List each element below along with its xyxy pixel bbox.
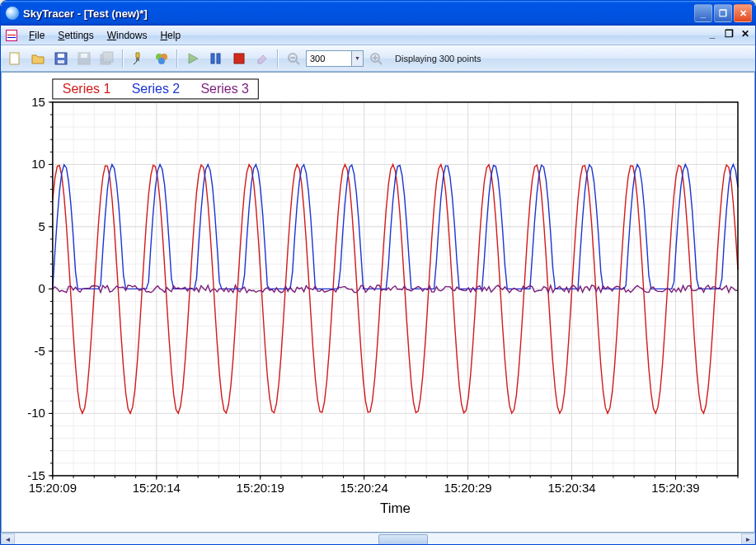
open-button[interactable] [27, 48, 49, 69]
scroll-right-button[interactable]: ► [741, 533, 755, 545]
stop-button[interactable] [228, 48, 250, 69]
svg-text:15:20:34: 15:20:34 [547, 481, 595, 495]
svg-text:15:20:29: 15:20:29 [444, 481, 491, 495]
title-bar: SkyTracer - [Test (new)*] _ ❐ ✕ [1, 1, 755, 26]
svg-text:Series 2: Series 2 [132, 82, 181, 96]
svg-rect-5 [81, 54, 87, 58]
menu-settings[interactable]: Settings [51, 27, 100, 44]
scroll-track[interactable] [15, 533, 741, 545]
svg-text:15:20:09: 15:20:09 [29, 481, 77, 495]
svg-rect-7 [103, 52, 113, 62]
svg-text:10: 10 [31, 157, 45, 171]
toolbar-sep-2 [176, 49, 178, 68]
zoom-out-button[interactable] [283, 48, 304, 69]
svg-text:15:20:14: 15:20:14 [133, 481, 181, 495]
toolbar-sep-1 [122, 49, 124, 68]
menu-windows[interactable]: Windows [101, 27, 154, 44]
svg-rect-14 [234, 54, 244, 63]
menu-settings-label: ettings [64, 30, 93, 41]
svg-rect-12 [211, 54, 214, 63]
svg-rect-8 [136, 58, 139, 61]
save-button[interactable] [50, 48, 72, 69]
connect-button[interactable] [128, 48, 149, 69]
svg-text:15:20:39: 15:20:39 [651, 481, 699, 495]
play-button[interactable] [182, 48, 204, 69]
svg-text:-5: -5 [35, 344, 45, 358]
toolbar: 300 ▼ Displaying 300 points [1, 45, 755, 72]
pause-button[interactable] [205, 48, 227, 69]
saveall-disabled-button [96, 48, 118, 69]
menu-help[interactable]: Help [153, 27, 187, 44]
svg-rect-3 [58, 60, 64, 63]
close-button[interactable]: ✕ [734, 4, 752, 22]
points-input[interactable]: 300 ▼ [306, 50, 364, 67]
zoom-in-button[interactable] [365, 48, 387, 69]
svg-text:Time: Time [380, 500, 411, 516]
svg-text:Series 3: Series 3 [200, 82, 249, 96]
horizontal-scrollbar[interactable]: ◄ ► [1, 533, 755, 545]
save-disabled-button [73, 48, 95, 69]
svg-text:-10: -10 [27, 406, 45, 420]
svg-rect-2 [58, 54, 64, 58]
mdi-minimize-button[interactable]: _ [706, 28, 719, 40]
chart[interactable]: -15-10-505101515:20:0915:20:1415:20:1915… [2, 73, 754, 533]
erase-button[interactable] [251, 48, 273, 69]
menu-bar: File Settings Windows Help _ ❐ ✕ [1, 26, 755, 45]
config-button[interactable] [151, 48, 172, 69]
menu-help-label: elp [167, 30, 181, 41]
svg-text:15:20:24: 15:20:24 [340, 481, 388, 495]
scroll-thumb[interactable] [378, 534, 428, 545]
svg-text:0: 0 [39, 281, 45, 295]
menu-windows-label: indows [116, 30, 147, 41]
scroll-left-button[interactable]: ◄ [1, 533, 15, 545]
new-button[interactable] [4, 48, 26, 69]
svg-text:5: 5 [39, 219, 45, 233]
points-value: 300 [310, 54, 325, 63]
maximize-button[interactable]: ❐ [714, 4, 732, 22]
document-area: -15-10-505101515:20:0915:20:1415:20:1915… [1, 72, 755, 533]
svg-point-11 [158, 58, 165, 64]
toolbar-sep-3 [277, 49, 279, 68]
mdi-child-icon[interactable] [6, 30, 17, 41]
status-text: Displaying 300 points [395, 54, 481, 63]
app-icon [6, 7, 19, 20]
minimize-button[interactable]: _ [694, 4, 712, 22]
menu-file-label: ile [35, 30, 45, 41]
svg-text:Series 1: Series 1 [63, 82, 111, 96]
mdi-close-button[interactable]: ✕ [739, 28, 752, 40]
mdi-restore-button[interactable]: ❐ [722, 28, 735, 40]
menu-file[interactable]: File [22, 27, 51, 44]
svg-rect-13 [217, 54, 220, 63]
svg-text:15:20:19: 15:20:19 [237, 481, 284, 495]
svg-text:15: 15 [31, 95, 45, 109]
window-title: SkyTracer - [Test (new)*] [23, 7, 694, 20]
points-dropdown-icon[interactable]: ▼ [351, 51, 363, 66]
